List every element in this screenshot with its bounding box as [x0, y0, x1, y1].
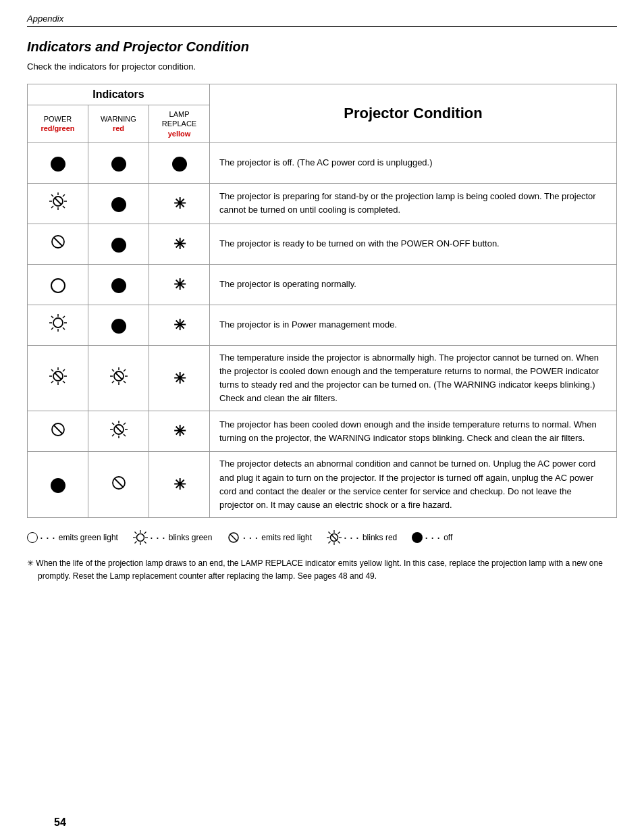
svg-line-30: [55, 373, 61, 380]
svg-line-38: [112, 381, 114, 383]
svg-line-4: [51, 194, 53, 197]
col-power-header: POWER red/green: [28, 105, 88, 143]
svg-line-54: [115, 479, 123, 487]
indicators-table: Indicators Projector Condition POWER red…: [27, 84, 617, 518]
svg-line-52: [115, 426, 122, 433]
svg-line-37: [124, 369, 126, 371]
projector-condition-header: Projector Condition: [210, 84, 617, 143]
svg-point-20: [53, 318, 63, 328]
legend-row: • • • emits green light • • • blinks gre…: [27, 530, 617, 545]
legend-filled-circle-icon: [412, 532, 423, 543]
lamp-icon-asterisk: ✳: [173, 423, 186, 440]
legend-item-blink-red: • • • blinks red: [327, 530, 397, 545]
desc-cell: The projector has been cooled down enoug…: [210, 411, 617, 452]
svg-line-35: [112, 369, 114, 371]
indicators-header: Indicators: [28, 84, 210, 105]
svg-line-19: [51, 328, 53, 330]
table-row: ✳ The temperature inside the projector i…: [28, 345, 617, 411]
table-row: ✳ The projector has been cooled down eno…: [28, 411, 617, 452]
power-icon-filled-2: [51, 478, 65, 493]
svg-line-26: [63, 381, 65, 383]
desc-cell: The projector is ready to be turned on w…: [210, 224, 617, 264]
legend-open-circle-icon: [27, 532, 38, 543]
legend-item-blink-green: • • • blinks green: [133, 530, 213, 545]
svg-line-42: [54, 425, 62, 434]
warning-icon-filled: [111, 157, 126, 172]
svg-line-72: [338, 532, 340, 534]
legend-blink-open-icon: [133, 530, 148, 545]
legend-item-off: • • • off: [412, 532, 452, 543]
page-number: 54: [54, 816, 66, 829]
svg-line-11: [54, 238, 62, 246]
power-icon-blink-open: [49, 313, 68, 332]
lamp-icon-asterisk: ✳: [173, 236, 186, 253]
svg-line-40: [115, 373, 122, 380]
lamp-icon-asterisk: ✳: [173, 195, 186, 212]
legend-blink-crossed-icon: [327, 530, 342, 545]
svg-line-59: [134, 532, 136, 534]
lamp-icon-asterisk: ✳: [173, 276, 186, 293]
lamp-icon-asterisk: ✳: [173, 476, 186, 493]
table-row: ✳ The projector detects an abnormal cond…: [28, 452, 617, 518]
col-lamp-header: LAMPREPLACE yellow: [149, 105, 210, 143]
appendix-header: Appendix: [27, 14, 617, 27]
power-icon-open: [51, 278, 65, 293]
table-row: ✳ The projector is preparing for stand-b…: [28, 183, 617, 224]
warning-icon-filled: [111, 278, 126, 293]
svg-line-75: [331, 535, 338, 541]
lamp-icon-asterisk: ✳: [173, 317, 186, 334]
legend-crossed-icon: [227, 531, 240, 544]
desc-cell: The temperature inside the projector is …: [210, 345, 617, 411]
power-icon-filled: [51, 157, 65, 172]
svg-line-73: [329, 542, 331, 544]
power-icon-crossed-2: [49, 421, 67, 438]
warning-icon-crossed: [110, 474, 128, 492]
svg-line-62: [134, 542, 136, 544]
table-row: ✳ The projector is in Power management m…: [28, 305, 617, 345]
svg-line-17: [63, 328, 65, 330]
warning-icon-blink-crossed-2: [109, 420, 128, 439]
svg-line-9: [55, 198, 61, 205]
svg-line-18: [63, 316, 65, 318]
svg-point-63: [136, 534, 144, 542]
lamp-icon-filled: [172, 157, 187, 172]
power-icon-blink-crossed: [49, 192, 68, 211]
svg-line-47: [112, 423, 114, 425]
power-icon-crossed: [49, 233, 67, 251]
svg-line-48: [124, 434, 126, 436]
desc-cell: The projector is off. (The AC power cord…: [210, 142, 617, 183]
svg-line-71: [338, 542, 340, 544]
svg-line-25: [51, 369, 53, 371]
svg-line-70: [329, 532, 331, 534]
col-warning-header: WARNING red: [88, 105, 149, 143]
svg-line-16: [51, 316, 53, 318]
svg-line-50: [112, 434, 114, 436]
svg-line-49: [124, 423, 126, 425]
svg-line-60: [144, 542, 146, 544]
warning-icon-blink-crossed: [109, 367, 128, 386]
section-title: Indicators and Projector Condition: [27, 39, 617, 55]
svg-line-36: [124, 381, 126, 383]
svg-line-27: [63, 369, 65, 371]
intro-text: Check the indicators for projector condi…: [27, 61, 617, 72]
desc-cell: The projector detects an abnormal condit…: [210, 452, 617, 518]
desc-cell: The projector is in Power management mod…: [210, 305, 617, 345]
svg-line-6: [63, 194, 65, 197]
svg-line-65: [230, 534, 237, 541]
lamp-icon-asterisk: ✳: [173, 370, 186, 387]
warning-icon-filled: [111, 238, 126, 253]
svg-line-5: [63, 206, 65, 208]
desc-cell: The projector is operating normally.: [210, 264, 617, 305]
warning-icon-filled: [111, 319, 126, 334]
legend-item-red: • • • emits red light: [227, 531, 312, 544]
appendix-label: Appendix: [27, 14, 63, 24]
legend-item-green: • • • emits green light: [27, 532, 118, 543]
svg-line-7: [51, 206, 53, 208]
table-row: ✳ The projector is operating normally.: [28, 264, 617, 305]
power-icon-blink-crossed-2: [49, 367, 68, 386]
svg-line-28: [51, 381, 53, 383]
table-row: The projector is off. (The AC power cord…: [28, 142, 617, 183]
table-row: ✳ The projector is ready to be turned on…: [28, 224, 617, 264]
svg-line-61: [144, 532, 146, 534]
warning-icon-filled: [111, 197, 126, 212]
